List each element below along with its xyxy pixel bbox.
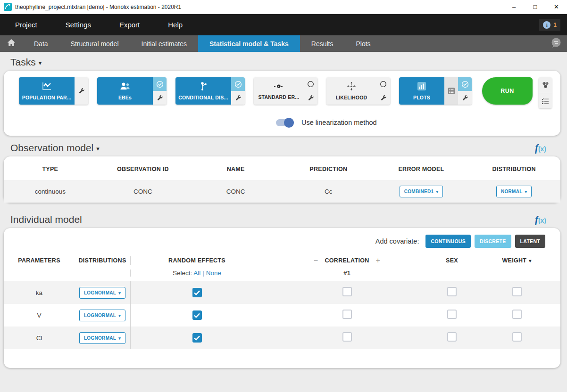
ka-weight-checkbox[interactable] (512, 287, 522, 296)
Cl-distribution-dropdown[interactable]: LOGNORMAL (79, 332, 125, 344)
population-parameters-icon (41, 82, 52, 93)
col-distributions: DISTRIBUTIONS (75, 257, 130, 264)
tasks-section-title[interactable]: Tasks▾ (10, 57, 42, 68)
plots-list-selector-icon[interactable] (444, 77, 458, 105)
error-model-dropdown[interactable]: COMBINED1 (400, 186, 443, 197)
task-population-parameters-button[interactable]: POPULATION PAR... (19, 77, 88, 105)
parameter-name: ka (4, 289, 75, 296)
observation-model-card: TYPE OBSERVATION ID NAME PREDICTION ERRO… (4, 156, 560, 203)
individual-fx-icon[interactable]: f(x) (535, 215, 546, 225)
obs-prediction-value: Cc (282, 188, 375, 195)
individual-table-subheader: Select: All|None #1 (4, 267, 560, 281)
maximize-button[interactable]: □ (525, 0, 546, 14)
home-tab[interactable] (0, 35, 23, 52)
V-random-effect-checkbox[interactable] (192, 310, 202, 320)
add-continuous-covariate-button[interactable]: CONTINUOUS (425, 235, 471, 248)
V-correlation-checkbox[interactable] (342, 310, 352, 319)
standard-errors-unselected-circle-icon[interactable] (304, 77, 317, 91)
observation-model-section-title[interactable]: Observation model▾ (10, 142, 100, 154)
col-sex: SEX (431, 257, 473, 264)
notification-area[interactable]: i 1 (539, 19, 560, 31)
obs-id-value: CONC (97, 188, 190, 195)
run-button[interactable]: RUN (482, 77, 533, 105)
select-all-link[interactable]: All (193, 270, 200, 277)
observation-fx-icon[interactable]: f(x) (535, 143, 546, 153)
plots-settings-wrench-icon[interactable] (458, 91, 472, 105)
plots-selected-check-icon[interactable] (458, 77, 472, 91)
main-content: Tasks▾ POPULATION PAR... EBEs (0, 52, 567, 368)
individual-model-card: Add covariate: CONTINUOUS DISCRETE LATEN… (4, 228, 560, 368)
linearization-toggle[interactable] (276, 119, 294, 126)
col-weight-dropdown[interactable]: WEIGHT (473, 257, 560, 264)
tab-results[interactable]: Results (300, 35, 345, 52)
menu-bar: Project Settings Export Help i 1 (0, 14, 567, 35)
add-latent-covariate-button[interactable]: LATENT (515, 235, 545, 248)
menu-project[interactable]: Project (8, 16, 44, 33)
tab-plots[interactable]: Plots (345, 35, 382, 52)
ka-sex-checkbox[interactable] (447, 287, 457, 296)
V-weight-checkbox[interactable] (512, 310, 522, 319)
likelihood-unselected-circle-icon[interactable] (376, 77, 390, 91)
monolix-logo-icon (4, 3, 12, 11)
ebes-users-icon (119, 82, 131, 93)
individual-table-header: PARAMETERS DISTRIBUTIONS RANDOM EFFECTS … (4, 250, 560, 267)
title-bar: theophylline_project.mlxtran [demo] - Mo… (0, 0, 567, 14)
task-standard-errors-button[interactable]: STANDARD ER... (254, 77, 317, 105)
V-distribution-dropdown[interactable]: LOGNORMAL (79, 310, 125, 321)
likelihood-settings-wrench-icon[interactable] (376, 91, 390, 105)
task-checklist-icon[interactable] (539, 93, 552, 108)
observation-table-row: continuous CONC CONC Cc COMBINED1 NORMAL (4, 180, 560, 203)
col-distribution: DISTRIBUTION (467, 166, 560, 172)
parameter-row-Cl: Cl LOGNORMAL (4, 327, 560, 349)
collapse-caret-icon: ▾ (39, 59, 42, 66)
scenario-icon[interactable] (539, 77, 552, 93)
col-type: TYPE (4, 166, 97, 172)
tasks-card: POPULATION PAR... EBEs CONDIT (4, 71, 560, 136)
obs-type-value: continuous (4, 188, 97, 195)
menu-export[interactable]: Export (113, 16, 146, 33)
parameter-name: V (4, 312, 75, 319)
ebes-selected-check-icon[interactable] (153, 77, 167, 91)
minimize-button[interactable]: – (503, 0, 525, 14)
add-correlation-button[interactable]: + (376, 256, 381, 265)
feedback-chat-button[interactable] (545, 35, 567, 52)
task-likelihood-button[interactable]: LIKELIHOOD (326, 77, 390, 105)
chat-bubble-icon (550, 38, 562, 50)
task-ebes-button[interactable]: EBEs (97, 77, 167, 105)
tab-structural-model[interactable]: Structural model (59, 35, 130, 52)
task-conditional-distribution-button[interactable]: CONDITIONAL DIS... (175, 77, 245, 105)
tab-statistical-model-tasks[interactable]: Statistical model & Tasks (198, 35, 300, 52)
standard-errors-settings-wrench-icon[interactable] (304, 91, 317, 105)
conditional-settings-wrench-icon[interactable] (231, 91, 245, 105)
Cl-sex-checkbox[interactable] (447, 332, 457, 342)
col-random-effects: RANDOM EFFECTS (130, 256, 263, 265)
individual-model-section-title: Individual model (10, 214, 82, 225)
col-prediction: PREDICTION (282, 166, 375, 172)
Cl-correlation-checkbox[interactable] (342, 332, 352, 342)
remove-correlation-button[interactable]: − (314, 256, 318, 265)
ka-random-effect-checkbox[interactable] (192, 288, 202, 297)
Cl-weight-checkbox[interactable] (512, 332, 522, 342)
col-error-model: ERROR MODEL (375, 166, 468, 172)
select-none-link[interactable]: None (206, 270, 221, 277)
tab-initial-estimates[interactable]: Initial estimates (130, 35, 198, 52)
tab-data[interactable]: Data (23, 35, 59, 52)
menu-help[interactable]: Help (161, 16, 189, 33)
Cl-random-effect-checkbox[interactable] (192, 333, 202, 343)
V-sex-checkbox[interactable] (447, 310, 457, 319)
ka-correlation-checkbox[interactable] (342, 287, 352, 296)
col-correlation: CORRELATION (325, 257, 369, 264)
ka-distribution-dropdown[interactable]: LOGNORMAL (79, 287, 125, 299)
ebes-settings-wrench-icon[interactable] (153, 91, 167, 105)
menu-settings[interactable]: Settings (59, 16, 98, 33)
home-icon (7, 39, 16, 49)
conditional-selected-check-icon[interactable] (231, 77, 245, 91)
info-icon[interactable]: i (543, 21, 550, 29)
close-button[interactable]: ✕ (546, 0, 567, 14)
collapse-caret-icon: ▾ (96, 145, 100, 152)
distribution-dropdown[interactable]: NORMAL (496, 186, 532, 197)
likelihood-icon (346, 82, 357, 93)
add-discrete-covariate-button[interactable]: DISCRETE (475, 235, 511, 248)
population-settings-wrench-icon[interactable] (75, 77, 88, 105)
task-plots-button[interactable]: PLOTS (399, 77, 472, 105)
